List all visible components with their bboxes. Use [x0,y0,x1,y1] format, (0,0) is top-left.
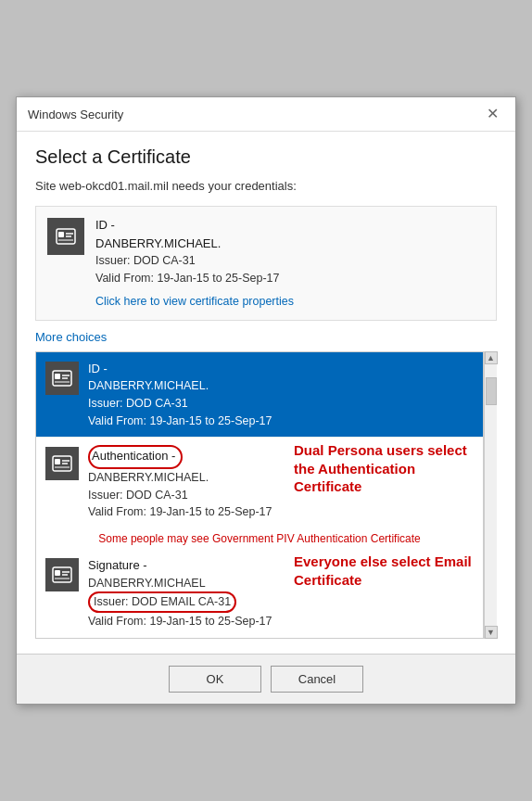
scrollbar[interactable]: ▲ ▼ [484,351,497,639]
site-description: Site web-okcd01.mail.mil needs your cred… [35,179,497,193]
selected-cert-info: ID - DANBERRY.MICHAEL. Issuer: DOD CA-31… [95,216,294,310]
dual-persona-annotation: Dual Persona users select the Authentica… [294,441,479,496]
scroll-up-btn[interactable]: ▲ [485,351,498,364]
scroll-thumb[interactable] [486,377,497,405]
cert-icon-auth [45,447,79,480]
id-card-icon [55,225,77,248]
id-card-icon-list [51,367,73,389]
cert-id-name: ID - [88,360,272,378]
cert-list: ID - DANBERRY.MICHAEL. Issuer: DOD CA-31… [35,351,484,639]
cert-list-item-auth[interactable]: Authentication - DANBERRY.MICHAEL. Issue… [36,438,483,528]
dialog-footer: OK Cancel [17,654,515,704]
ok-button[interactable]: OK [169,666,261,693]
svg-rect-16 [55,570,60,576]
cert-auth-info: Authentication - DANBERRY.MICHAEL. Issue… [88,445,273,521]
svg-rect-11 [55,459,60,464]
cert-sig-name: Signature - [88,556,273,575]
title-bar: Windows Security ✕ [17,97,515,132]
id-card-icon-auth [51,452,73,475]
cert-sig-info: Signature - DANBERRY.MICHAEL Issuer: DOD… [88,556,273,630]
cert-id-info: ID - DANBERRY.MICHAEL. Issuer: DOD CA-31… [88,360,272,430]
close-button[interactable]: ✕ [481,105,504,123]
dialog-title: Select a Certificate [35,146,497,168]
view-cert-properties-link[interactable]: Click here to view certificate propertie… [95,293,294,311]
sig-row-wrapper: Signature - DANBERRY.MICHAEL Issuer: DOD… [36,549,483,638]
cert-list-item-id[interactable]: ID - DANBERRY.MICHAEL. Issuer: DOD CA-31… [36,352,483,439]
cert-icon-sig [45,558,79,591]
everyone-annotation: Everyone else select Email Certificate [294,553,479,589]
svg-rect-1 [58,232,64,237]
svg-rect-6 [55,374,60,379]
cert-list-item-sig[interactable]: Signature - DANBERRY.MICHAEL Issuer: DOD… [36,549,483,638]
auth-row-wrapper: Authentication - DANBERRY.MICHAEL. Issue… [36,438,483,528]
cancel-button[interactable]: Cancel [271,666,363,693]
scroll-down-btn[interactable]: ▼ [485,626,498,639]
more-choices-link[interactable]: More choices [35,330,497,344]
id-card-icon-sig [51,564,73,586]
cert-icon-id [45,362,79,395]
window-title: Windows Security [28,108,123,121]
cert-icon-selected [47,218,84,255]
windows-security-dialog: Windows Security ✕ Select a Certificate … [16,96,516,705]
piv-annotation: Some people may see Government PIV Authe… [36,532,483,545]
selected-cert-name: ID - DANBERRY.MICHAEL. [95,216,294,252]
selected-cert-card: ID - DANBERRY.MICHAEL. Issuer: DOD CA-31… [35,206,497,320]
cert-auth-name: Authentication - [88,445,273,469]
dialog-body: Select a Certificate Site web-okcd01.mai… [17,132,515,654]
cert-list-area: ID - DANBERRY.MICHAEL. Issuer: DOD CA-31… [35,351,497,639]
